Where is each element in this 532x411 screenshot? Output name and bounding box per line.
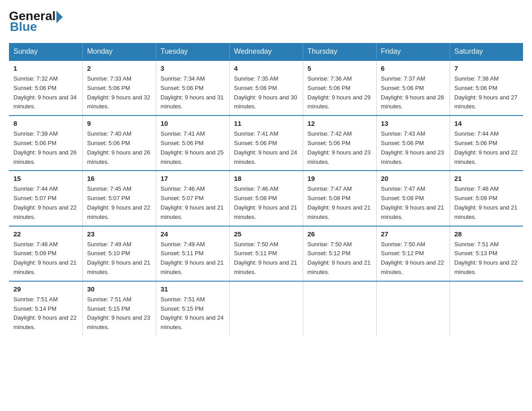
day-number: 12 bbox=[308, 120, 372, 127]
day-number: 2 bbox=[87, 64, 151, 72]
day-info: Sunrise: 7:32 AMSunset: 5:06 PMDaylight:… bbox=[13, 75, 77, 110]
day-number: 27 bbox=[381, 230, 445, 238]
day-cell bbox=[303, 281, 376, 336]
day-cell: 9 Sunrise: 7:40 AMSunset: 5:06 PMDayligh… bbox=[82, 116, 156, 171]
day-number: 24 bbox=[161, 230, 225, 238]
day-number: 7 bbox=[455, 64, 519, 72]
day-info: Sunrise: 7:38 AMSunset: 5:06 PMDaylight:… bbox=[455, 75, 518, 110]
day-cell: 5 Sunrise: 7:36 AMSunset: 5:06 PMDayligh… bbox=[303, 60, 376, 116]
day-number: 23 bbox=[87, 230, 151, 238]
day-number: 31 bbox=[161, 285, 225, 293]
day-number: 30 bbox=[87, 285, 151, 293]
day-number: 4 bbox=[234, 64, 298, 72]
day-info: Sunrise: 7:41 AMSunset: 5:06 PMDaylight:… bbox=[161, 130, 224, 165]
day-info: Sunrise: 7:46 AMSunset: 5:08 PMDaylight:… bbox=[234, 185, 297, 220]
day-info: Sunrise: 7:48 AMSunset: 5:09 PMDaylight:… bbox=[13, 241, 77, 275]
weekday-header-tuesday: Tuesday bbox=[156, 43, 229, 60]
day-cell: 19 Sunrise: 7:47 AMSunset: 5:08 PMDaylig… bbox=[303, 171, 376, 226]
day-info: Sunrise: 7:43 AMSunset: 5:06 PMDaylight:… bbox=[381, 130, 444, 165]
day-number: 6 bbox=[381, 64, 445, 72]
weekday-header-monday: Monday bbox=[82, 43, 156, 60]
day-number: 18 bbox=[234, 175, 298, 182]
day-info: Sunrise: 7:51 AMSunset: 5:14 PMDaylight:… bbox=[13, 296, 77, 330]
day-cell: 16 Sunrise: 7:45 AMSunset: 5:07 PMDaylig… bbox=[82, 171, 156, 226]
week-row-1: 1 Sunrise: 7:32 AMSunset: 5:06 PMDayligh… bbox=[9, 60, 523, 116]
day-info: Sunrise: 7:37 AMSunset: 5:06 PMDaylight:… bbox=[381, 75, 444, 110]
weekday-header-row: SundayMondayTuesdayWednesdayThursdayFrid… bbox=[9, 43, 523, 60]
page-header: General Blue bbox=[9, 9, 523, 34]
weekday-header-saturday: Saturday bbox=[450, 43, 523, 60]
day-cell bbox=[376, 281, 450, 336]
day-number: 16 bbox=[87, 175, 151, 182]
day-cell: 20 Sunrise: 7:47 AMSunset: 5:08 PMDaylig… bbox=[376, 171, 450, 226]
day-info: Sunrise: 7:45 AMSunset: 5:07 PMDaylight:… bbox=[87, 185, 150, 220]
day-cell: 25 Sunrise: 7:50 AMSunset: 5:11 PMDaylig… bbox=[229, 226, 303, 281]
day-number: 29 bbox=[13, 285, 78, 293]
day-cell: 26 Sunrise: 7:50 AMSunset: 5:12 PMDaylig… bbox=[303, 226, 376, 281]
day-info: Sunrise: 7:48 AMSunset: 5:09 PMDaylight:… bbox=[455, 185, 518, 220]
day-number: 21 bbox=[455, 175, 519, 182]
day-number: 19 bbox=[308, 175, 372, 182]
logo-blue-text: Blue bbox=[10, 20, 37, 34]
day-info: Sunrise: 7:51 AMSunset: 5:15 PMDaylight:… bbox=[87, 296, 150, 330]
calendar-table: SundayMondayTuesdayWednesdayThursdayFrid… bbox=[9, 43, 523, 336]
day-cell: 13 Sunrise: 7:43 AMSunset: 5:06 PMDaylig… bbox=[376, 116, 450, 171]
day-info: Sunrise: 7:35 AMSunset: 5:06 PMDaylight:… bbox=[234, 75, 297, 110]
day-cell: 22 Sunrise: 7:48 AMSunset: 5:09 PMDaylig… bbox=[9, 226, 82, 281]
day-cell: 17 Sunrise: 7:46 AMSunset: 5:07 PMDaylig… bbox=[156, 171, 229, 226]
day-cell: 23 Sunrise: 7:49 AMSunset: 5:10 PMDaylig… bbox=[82, 226, 156, 281]
logo-arrow-icon bbox=[56, 11, 63, 23]
day-number: 5 bbox=[308, 64, 372, 72]
day-cell: 29 Sunrise: 7:51 AMSunset: 5:14 PMDaylig… bbox=[9, 281, 82, 336]
day-cell: 30 Sunrise: 7:51 AMSunset: 5:15 PMDaylig… bbox=[82, 281, 156, 336]
weekday-header-thursday: Thursday bbox=[303, 43, 376, 60]
day-number: 11 bbox=[234, 120, 298, 127]
day-cell: 18 Sunrise: 7:46 AMSunset: 5:08 PMDaylig… bbox=[229, 171, 303, 226]
day-info: Sunrise: 7:50 AMSunset: 5:11 PMDaylight:… bbox=[234, 241, 297, 275]
day-number: 8 bbox=[13, 120, 78, 127]
day-number: 14 bbox=[455, 120, 519, 127]
day-info: Sunrise: 7:40 AMSunset: 5:06 PMDaylight:… bbox=[87, 130, 150, 165]
day-cell bbox=[450, 281, 523, 336]
day-info: Sunrise: 7:46 AMSunset: 5:07 PMDaylight:… bbox=[161, 185, 224, 220]
weekday-header-sunday: Sunday bbox=[9, 43, 82, 60]
day-info: Sunrise: 7:36 AMSunset: 5:06 PMDaylight:… bbox=[308, 75, 371, 110]
day-cell: 15 Sunrise: 7:44 AMSunset: 5:07 PMDaylig… bbox=[9, 171, 82, 226]
day-cell: 24 Sunrise: 7:49 AMSunset: 5:11 PMDaylig… bbox=[156, 226, 229, 281]
day-info: Sunrise: 7:51 AMSunset: 5:13 PMDaylight:… bbox=[455, 241, 518, 275]
day-info: Sunrise: 7:33 AMSunset: 5:06 PMDaylight:… bbox=[87, 75, 150, 110]
day-info: Sunrise: 7:42 AMSunset: 5:06 PMDaylight:… bbox=[308, 130, 371, 165]
day-number: 25 bbox=[234, 230, 298, 238]
day-info: Sunrise: 7:49 AMSunset: 5:11 PMDaylight:… bbox=[161, 241, 224, 275]
day-info: Sunrise: 7:50 AMSunset: 5:12 PMDaylight:… bbox=[381, 241, 444, 275]
day-info: Sunrise: 7:44 AMSunset: 5:06 PMDaylight:… bbox=[455, 130, 518, 165]
day-number: 28 bbox=[455, 230, 519, 238]
day-info: Sunrise: 7:44 AMSunset: 5:07 PMDaylight:… bbox=[13, 185, 77, 220]
day-info: Sunrise: 7:34 AMSunset: 5:06 PMDaylight:… bbox=[161, 75, 224, 110]
day-cell: 7 Sunrise: 7:38 AMSunset: 5:06 PMDayligh… bbox=[450, 60, 523, 116]
weekday-header-friday: Friday bbox=[376, 43, 450, 60]
day-number: 17 bbox=[161, 175, 225, 182]
day-number: 3 bbox=[161, 64, 225, 72]
day-cell bbox=[229, 281, 303, 336]
day-cell: 31 Sunrise: 7:51 AMSunset: 5:15 PMDaylig… bbox=[156, 281, 229, 336]
week-row-3: 15 Sunrise: 7:44 AMSunset: 5:07 PMDaylig… bbox=[9, 171, 523, 226]
day-cell: 4 Sunrise: 7:35 AMSunset: 5:06 PMDayligh… bbox=[229, 60, 303, 116]
day-cell: 3 Sunrise: 7:34 AMSunset: 5:06 PMDayligh… bbox=[156, 60, 229, 116]
day-info: Sunrise: 7:51 AMSunset: 5:15 PMDaylight:… bbox=[161, 296, 224, 330]
day-info: Sunrise: 7:47 AMSunset: 5:08 PMDaylight:… bbox=[381, 185, 444, 220]
day-number: 9 bbox=[87, 120, 151, 127]
day-cell: 28 Sunrise: 7:51 AMSunset: 5:13 PMDaylig… bbox=[450, 226, 523, 281]
day-cell: 10 Sunrise: 7:41 AMSunset: 5:06 PMDaylig… bbox=[156, 116, 229, 171]
day-cell: 11 Sunrise: 7:41 AMSunset: 5:06 PMDaylig… bbox=[229, 116, 303, 171]
day-number: 15 bbox=[13, 175, 78, 182]
day-info: Sunrise: 7:49 AMSunset: 5:10 PMDaylight:… bbox=[87, 241, 150, 275]
day-cell: 8 Sunrise: 7:39 AMSunset: 5:06 PMDayligh… bbox=[9, 116, 82, 171]
day-number: 13 bbox=[381, 120, 445, 127]
day-cell: 27 Sunrise: 7:50 AMSunset: 5:12 PMDaylig… bbox=[376, 226, 450, 281]
day-cell: 12 Sunrise: 7:42 AMSunset: 5:06 PMDaylig… bbox=[303, 116, 376, 171]
day-number: 26 bbox=[308, 230, 372, 238]
day-cell: 2 Sunrise: 7:33 AMSunset: 5:06 PMDayligh… bbox=[82, 60, 156, 116]
day-cell: 6 Sunrise: 7:37 AMSunset: 5:06 PMDayligh… bbox=[376, 60, 450, 116]
weekday-header-wednesday: Wednesday bbox=[229, 43, 303, 60]
